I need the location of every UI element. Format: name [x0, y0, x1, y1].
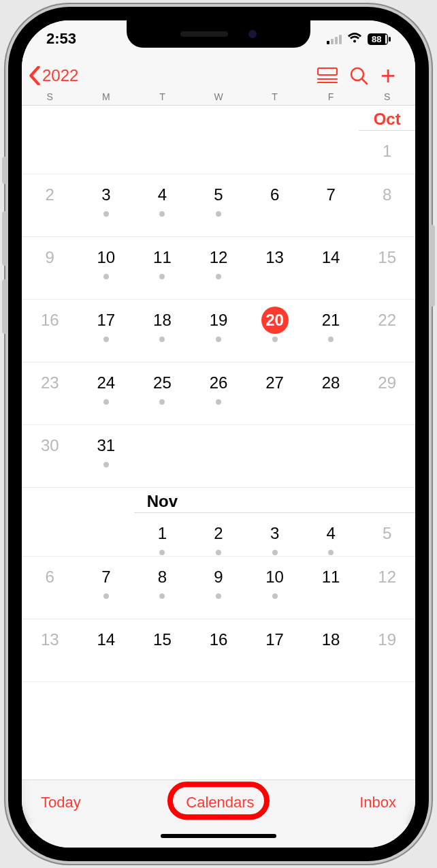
day-number: 4: [317, 520, 344, 547]
day-number: 8: [374, 181, 401, 208]
day-cell[interactable]: 27: [246, 362, 303, 424]
day-cell: [22, 513, 78, 556]
day-cell: [359, 425, 415, 487]
day-cell[interactable]: 15: [134, 619, 191, 681]
day-cell[interactable]: 8: [359, 174, 415, 236]
day-cell[interactable]: 10: [246, 557, 303, 619]
today-button[interactable]: Today: [41, 794, 81, 811]
day-number: 6: [36, 563, 63, 591]
event-dot: [103, 462, 109, 467]
day-cell[interactable]: 4: [134, 174, 191, 236]
day-cell[interactable]: 10: [78, 237, 135, 299]
weekday-label: S: [359, 91, 415, 102]
day-number: 18: [148, 307, 176, 334]
weekday-header: S M T W T F S: [22, 91, 415, 106]
day-cell[interactable]: 28: [303, 362, 359, 424]
event-dot: [159, 274, 165, 279]
day-cell[interactable]: 22: [359, 300, 415, 362]
mute-switch: [2, 157, 7, 184]
calendars-button[interactable]: Calendars: [186, 794, 254, 811]
day-cell[interactable]: 25: [134, 362, 191, 424]
day-cell[interactable]: 9: [191, 557, 247, 619]
status-time: 2:53: [46, 30, 76, 48]
svg-rect-3: [318, 68, 337, 75]
event-dot: [216, 593, 221, 599]
day-cell[interactable]: 2: [22, 174, 78, 236]
day-cell[interactable]: 4: [303, 513, 359, 556]
day-number: [148, 432, 176, 459]
day-cell[interactable]: 2: [191, 513, 247, 556]
day-cell[interactable]: 18: [303, 619, 359, 681]
day-cell: [246, 425, 303, 487]
volume-down: [2, 279, 7, 334]
day-cell[interactable]: 8: [134, 557, 191, 619]
event-dot: [103, 211, 109, 217]
event-dot: [103, 337, 109, 342]
day-cell[interactable]: 11: [134, 237, 191, 299]
day-cell[interactable]: 29: [359, 362, 415, 424]
day-number: 11: [148, 244, 176, 271]
calendar-scroll[interactable]: Oct1234567891011121314151617181920212223…: [22, 106, 415, 779]
bottom-toolbar: Today Calendars Inbox: [22, 779, 415, 824]
phone-frame: 2:53 88: [8, 7, 429, 861]
day-cell[interactable]: 6: [246, 174, 303, 236]
week-row: 13141516171819: [22, 619, 415, 682]
day-cell[interactable]: 5: [359, 513, 415, 556]
weekday-label: S: [22, 91, 78, 102]
day-cell[interactable]: 3: [78, 174, 135, 236]
weekday-label: M: [78, 91, 135, 102]
day-cell[interactable]: 13: [246, 237, 303, 299]
day-number: 13: [261, 244, 289, 271]
day-number: 3: [261, 520, 289, 547]
day-cell[interactable]: 7: [303, 174, 359, 236]
day-cell[interactable]: 18: [134, 300, 191, 362]
add-event-button[interactable]: +: [374, 63, 406, 89]
day-cell[interactable]: 13: [22, 619, 78, 681]
day-cell[interactable]: 24: [78, 362, 135, 424]
svg-rect-2: [385, 35, 387, 44]
day-cell[interactable]: 14: [78, 619, 135, 681]
list-view-icon: [317, 67, 338, 84]
view-mode-button[interactable]: [312, 67, 343, 84]
day-number: 31: [93, 432, 120, 459]
back-label: 2022: [42, 66, 78, 85]
day-cell[interactable]: 21: [303, 300, 359, 362]
day-cell[interactable]: 19: [191, 300, 247, 362]
day-cell[interactable]: 16: [22, 300, 78, 362]
day-cell[interactable]: 9: [22, 237, 78, 299]
search-button[interactable]: [343, 66, 374, 85]
event-dot: [216, 550, 221, 555]
day-cell[interactable]: 31: [78, 425, 135, 487]
day-cell[interactable]: 15: [359, 237, 415, 299]
inbox-button[interactable]: Inbox: [359, 794, 396, 811]
day-cell[interactable]: 3: [246, 513, 303, 556]
back-button[interactable]: 2022: [29, 66, 78, 85]
home-indicator[interactable]: [22, 824, 415, 848]
day-cell[interactable]: 14: [303, 237, 359, 299]
week-row: 2345678: [22, 174, 415, 237]
day-number: 5: [374, 520, 401, 547]
day-cell[interactable]: 17: [78, 300, 135, 362]
day-cell[interactable]: 16: [191, 619, 247, 681]
day-cell[interactable]: 30: [22, 425, 78, 487]
day-cell[interactable]: 1: [359, 131, 415, 174]
day-cell[interactable]: 26: [191, 362, 247, 424]
battery-icon: 88: [368, 33, 391, 45]
day-number: 3: [93, 181, 120, 208]
day-cell[interactable]: 23: [22, 362, 78, 424]
event-dot: [103, 274, 109, 279]
day-cell[interactable]: 17: [246, 619, 303, 681]
day-cell[interactable]: 19: [359, 619, 415, 681]
day-cell-today[interactable]: 20: [246, 300, 303, 362]
day-cell[interactable]: 12: [191, 237, 247, 299]
day-number: 26: [205, 369, 232, 397]
day-cell[interactable]: 11: [303, 557, 359, 619]
event-dot: [103, 593, 109, 599]
day-cell[interactable]: 1: [134, 513, 191, 556]
day-cell[interactable]: 5: [191, 174, 247, 236]
day-cell[interactable]: 12: [359, 557, 415, 619]
day-cell[interactable]: 7: [78, 557, 135, 619]
day-cell[interactable]: 6: [22, 557, 78, 619]
week-row: 9101112131415: [22, 237, 415, 300]
day-number: 16: [36, 307, 63, 334]
